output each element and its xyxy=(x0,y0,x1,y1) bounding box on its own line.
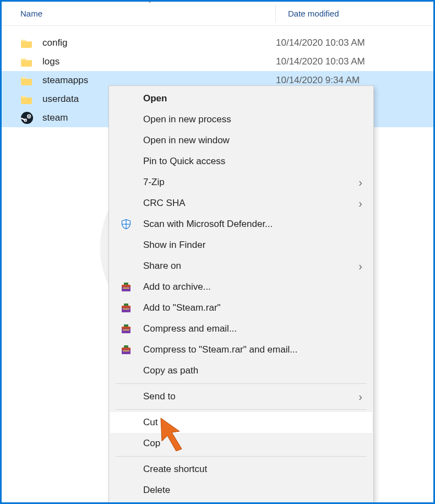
chevron-right-icon: › xyxy=(358,197,362,210)
menu-open-new-window[interactable]: Open in new window xyxy=(110,130,372,151)
svg-rect-19 xyxy=(123,329,129,330)
menu-label: Create shortcut xyxy=(143,464,207,475)
menu-label: Open in new process xyxy=(143,114,231,125)
menu-add-to-archive[interactable]: Add to archive... xyxy=(110,277,372,297)
column-header-name[interactable]: Name ˄ xyxy=(2,2,276,25)
menu-label: Pin to Quick access xyxy=(143,156,225,167)
file-date: 10/14/2020 10:03 AM xyxy=(276,56,365,67)
svg-point-6 xyxy=(28,116,30,117)
menu-separator xyxy=(116,409,367,410)
svg-rect-9 xyxy=(122,285,130,287)
menu-create-shortcut[interactable]: Create shortcut xyxy=(110,459,372,480)
winrar-icon xyxy=(120,323,132,335)
menu-show-in-finder[interactable]: Show in Finder xyxy=(110,235,372,256)
menu-label: Add to archive... xyxy=(143,281,211,292)
file-date: 10/14/2020 9:34 AM xyxy=(276,75,360,86)
file-name: steamapps xyxy=(42,75,276,86)
winrar-icon xyxy=(120,302,132,314)
menu-cut[interactable]: Cut xyxy=(110,412,372,433)
menu-label: Send to xyxy=(143,391,176,402)
menu-add-to-steam-rar[interactable]: Add to "Steam.rar" xyxy=(110,297,372,318)
svg-rect-21 xyxy=(122,348,130,350)
list-item[interactable]: config 10/14/2020 10:03 AM xyxy=(2,34,433,52)
menu-share-on[interactable]: Share on› xyxy=(110,256,372,277)
menu-compress-rar-and-email[interactable]: Compress to "Steam.rar" and email... xyxy=(110,339,372,360)
folder-icon xyxy=(20,36,34,50)
svg-rect-17 xyxy=(122,327,130,329)
menu-label: Delete xyxy=(143,485,170,496)
menu-label: Share on xyxy=(143,261,181,272)
svg-rect-13 xyxy=(122,306,130,308)
menu-pin-quick-access[interactable]: Pin to Quick access xyxy=(110,151,372,172)
column-header-date-label: Date modified xyxy=(288,9,339,18)
context-menu: Open Open in new process Open in new win… xyxy=(108,85,374,504)
menu-label: Compress to "Steam.rar" and email... xyxy=(143,344,297,355)
chevron-right-icon: › xyxy=(358,176,362,189)
menu-open-new-process[interactable]: Open in new process xyxy=(110,109,372,130)
svg-rect-11 xyxy=(123,288,129,289)
svg-rect-22 xyxy=(124,345,128,348)
column-header-date[interactable]: Date modified xyxy=(276,9,339,18)
menu-defender-scan[interactable]: Scan with Microsoft Defender... xyxy=(110,214,372,235)
menu-label: Open in new window xyxy=(143,135,230,146)
svg-rect-14 xyxy=(124,304,128,306)
shield-icon xyxy=(120,218,132,230)
menu-crc-sha[interactable]: CRC SHA› xyxy=(110,193,372,214)
file-name: config xyxy=(42,37,276,48)
svg-rect-18 xyxy=(124,324,128,327)
menu-label: Cut xyxy=(143,417,157,428)
chevron-right-icon: › xyxy=(358,260,362,273)
menu-label: Scan with Microsoft Defender... xyxy=(143,219,273,230)
svg-rect-10 xyxy=(124,283,128,285)
chevron-right-icon: › xyxy=(358,391,362,403)
menu-7zip[interactable]: 7-Zip› xyxy=(110,172,372,193)
sort-indicator-icon: ˄ xyxy=(148,1,151,8)
menu-separator xyxy=(116,456,367,457)
menu-label: 7-Zip xyxy=(143,177,165,188)
steam-icon xyxy=(20,111,34,124)
list-item[interactable]: logs 10/14/2020 10:03 AM xyxy=(2,52,433,71)
column-header-row: Name ˄ Date modified xyxy=(2,2,433,26)
menu-rename[interactable]: Rename xyxy=(110,501,372,504)
menu-send-to[interactable]: Send to› xyxy=(110,386,372,407)
folder-icon xyxy=(20,74,34,87)
column-header-name-label: Name xyxy=(20,9,42,18)
winrar-icon xyxy=(120,281,132,293)
svg-rect-23 xyxy=(123,350,129,351)
folder-icon xyxy=(20,93,34,106)
menu-label: Add to "Steam.rar" xyxy=(143,302,221,313)
menu-label: CRC SHA xyxy=(143,198,186,209)
menu-label: Show in Finder xyxy=(143,240,205,251)
menu-delete[interactable]: Delete xyxy=(110,480,372,501)
folder-icon xyxy=(20,55,34,68)
svg-rect-15 xyxy=(123,308,129,310)
menu-separator xyxy=(116,383,367,384)
menu-copy[interactable]: Cop xyxy=(110,433,372,454)
svg-point-4 xyxy=(21,112,33,124)
menu-label: Copy as path xyxy=(143,365,198,376)
file-name: logs xyxy=(42,56,276,67)
menu-copy-as-path[interactable]: Copy as path xyxy=(110,360,372,381)
menu-compress-and-email[interactable]: Compress and email... xyxy=(110,318,372,339)
winrar-icon xyxy=(120,344,132,356)
file-date: 10/14/2020 10:03 AM xyxy=(276,37,365,48)
menu-open[interactable]: Open xyxy=(110,88,372,109)
menu-label: Cop xyxy=(143,438,160,449)
menu-label: Compress and email... xyxy=(143,323,237,334)
menu-label: Open xyxy=(143,93,167,104)
